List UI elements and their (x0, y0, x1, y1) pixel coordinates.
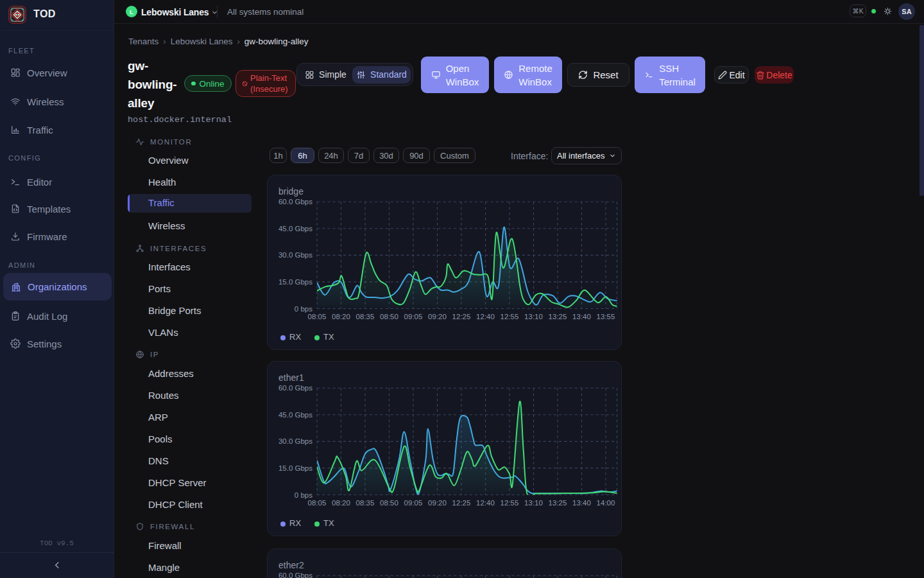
svg-text:13:25: 13:25 (549, 499, 567, 507)
svg-text:09:05: 09:05 (404, 499, 423, 507)
svg-text:30.0 Gbps: 30.0 Gbps (278, 251, 312, 259)
svg-text:45.0 Gbps: 45.0 Gbps (278, 225, 312, 232)
svg-text:08:35: 08:35 (356, 313, 375, 320)
svg-text:08:35: 08:35 (356, 499, 375, 507)
svg-text:12:25: 12:25 (452, 499, 471, 507)
svg-text:0 bps: 0 bps (295, 491, 312, 499)
svg-text:30.0 Gbps: 30.0 Gbps (278, 437, 312, 445)
svg-text:08:50: 08:50 (380, 499, 398, 507)
svg-text:08:05: 08:05 (308, 313, 327, 320)
svg-text:08:20: 08:20 (332, 313, 350, 320)
svg-text:09:20: 09:20 (428, 499, 447, 507)
svg-text:12:55: 12:55 (501, 499, 519, 507)
svg-text:08:05: 08:05 (308, 499, 327, 507)
svg-text:08:20: 08:20 (332, 499, 350, 507)
svg-text:60.0 Gbps: 60.0 Gbps (278, 384, 312, 392)
svg-text:12:40: 12:40 (476, 313, 495, 320)
svg-text:13:25: 13:25 (549, 313, 567, 320)
svg-text:14:00: 14:00 (597, 499, 615, 507)
svg-text:12:55: 12:55 (501, 313, 519, 320)
svg-text:60.0 Gbps: 60.0 Gbps (278, 198, 312, 206)
svg-text:12:25: 12:25 (452, 313, 471, 320)
svg-text:08:50: 08:50 (380, 313, 398, 320)
svg-text:13:40: 13:40 (572, 313, 591, 320)
svg-text:13:40: 13:40 (572, 499, 591, 507)
svg-text:09:20: 09:20 (428, 313, 447, 320)
svg-text:60.0 Gbps: 60.0 Gbps (278, 572, 312, 578)
svg-text:12:40: 12:40 (476, 499, 495, 507)
svg-text:09:05: 09:05 (404, 313, 423, 320)
svg-text:13:55: 13:55 (597, 313, 615, 320)
svg-text:45.0 Gbps: 45.0 Gbps (278, 411, 312, 419)
svg-text:0 bps: 0 bps (295, 305, 312, 313)
svg-text:15.0 Gbps: 15.0 Gbps (278, 464, 312, 472)
svg-text:15.0 Gbps: 15.0 Gbps (278, 278, 312, 286)
svg-text:13:10: 13:10 (524, 499, 543, 507)
svg-text:13:10: 13:10 (524, 313, 543, 320)
